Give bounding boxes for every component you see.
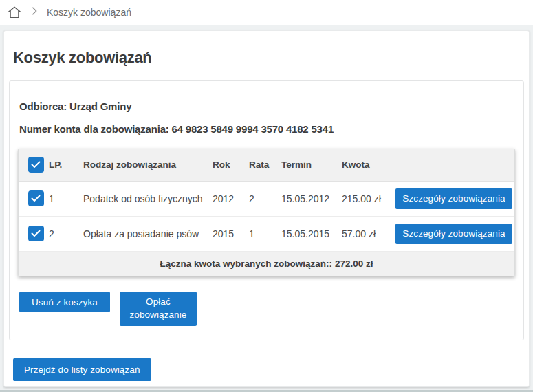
- total-label: Łączna kwota wybranych zobowiązań::: [160, 259, 333, 269]
- cell-lp: 1: [49, 181, 83, 216]
- recipient-line: Odbiorca: Urząd Gminy: [19, 100, 515, 112]
- cell-year: 2012: [213, 181, 249, 216]
- table-total-row: Łączna kwota wybranych zobowiązań:: 272.…: [19, 251, 514, 276]
- select-all-checkbox[interactable]: [28, 157, 44, 173]
- table-row: 1 Podatek od osób fizycznych 2012 2 15.0…: [19, 181, 514, 216]
- goto-obligations-list-button[interactable]: Przejdź do listy zobowiązań: [13, 358, 151, 381]
- col-header-amount: Kwota: [342, 149, 395, 181]
- cart-panel: Odbiorca: Urząd Gminy Numer konta dla zo…: [9, 80, 524, 340]
- total-value: 272.00 zł: [335, 259, 373, 269]
- details-button[interactable]: Szczegóły zobowiązania: [395, 224, 512, 244]
- breadcrumb: Koszyk zobowiązań: [0, 0, 533, 25]
- cell-type: Podatek od osób fizycznych: [83, 181, 213, 216]
- table-row: 2 Opłata za posiadanie psów 2015 1 15.05…: [19, 216, 514, 251]
- home-icon[interactable]: [7, 5, 22, 20]
- main-card: Koszyk zobowiązań Odbiorca: Urząd Gminy …: [3, 30, 530, 387]
- col-header-installment: Rata: [249, 149, 281, 181]
- col-header-year: Rok: [213, 149, 249, 181]
- chevron-right-icon: [30, 6, 39, 19]
- cell-year: 2015: [213, 216, 249, 251]
- cell-lp: 2: [49, 216, 83, 251]
- table-header-row: LP. Rodzaj zobowiązania Rok Rata Termin …: [19, 149, 514, 181]
- remove-from-cart-button[interactable]: Usuń z koszyka: [19, 292, 110, 312]
- col-header-lp: LP.: [49, 149, 83, 181]
- cell-due-date: 15.05.2012: [281, 181, 342, 216]
- col-header-type: Rodzaj zobowiązania: [83, 149, 213, 181]
- page-title: Koszyk zobowiązań: [13, 49, 524, 67]
- cell-type: Opłata za posiadanie psów: [83, 216, 213, 251]
- cell-installment: 2: [249, 181, 281, 216]
- obligations-table: LP. Rodzaj zobowiązania Rok Rata Termin …: [18, 149, 515, 276]
- row-checkbox[interactable]: [28, 190, 44, 206]
- account-number-line: Numer konta dla zobowiązania: 64 9823 58…: [19, 123, 515, 135]
- cell-installment: 1: [249, 216, 281, 251]
- breadcrumb-current[interactable]: Koszyk zobowiązań: [47, 7, 131, 18]
- cell-amount: 57.00 zł: [342, 216, 395, 251]
- details-button[interactable]: Szczegóły zobowiązania: [395, 188, 512, 209]
- col-header-due-date: Termin: [281, 149, 342, 181]
- pay-obligation-button[interactable]: Opłać zobowiązanie: [120, 292, 197, 326]
- cell-due-date: 15.05.2015: [281, 216, 342, 251]
- row-checkbox[interactable]: [28, 226, 44, 241]
- cell-amount: 215.00 zł: [342, 181, 395, 216]
